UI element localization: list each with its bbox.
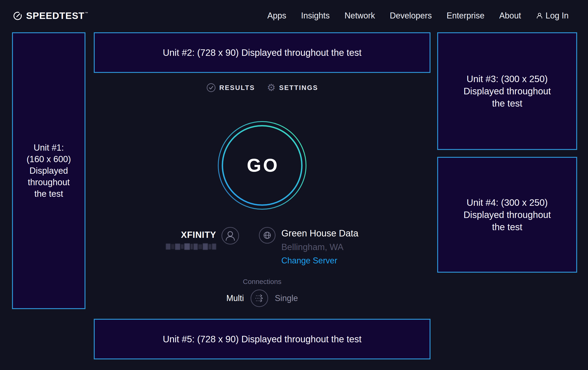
ad-line: Displayed xyxy=(30,165,68,177)
isp-ip-redacted xyxy=(166,243,216,250)
ad-line: Unit #3: (300 x 250) xyxy=(467,73,547,85)
ad-line: the test xyxy=(492,97,522,110)
speedtest-logo[interactable]: SPEEDTEST ™ xyxy=(13,10,88,21)
tab-results[interactable]: RESULTS xyxy=(206,83,255,92)
go-button[interactable]: GO xyxy=(217,120,307,210)
login-button[interactable]: Log In xyxy=(536,11,569,20)
change-server-link[interactable]: Change Server xyxy=(281,256,337,266)
connections-single-label[interactable]: Single xyxy=(275,293,298,303)
connection-info-row: XFINITY xyxy=(94,227,430,266)
ad-line: (160 x 600) xyxy=(27,153,71,165)
connections-toggle-row: Multi Single xyxy=(94,289,430,307)
user-icon xyxy=(536,12,543,19)
nav-item-about[interactable]: About xyxy=(499,11,521,20)
nav-item-enterprise[interactable]: Enterprise xyxy=(447,11,484,20)
ad-unit-1[interactable]: Unit #1: (160 x 600) Displayed throughou… xyxy=(12,32,85,309)
ad-unit-4[interactable]: Unit #4: (300 x 250) Displayed throughou… xyxy=(437,157,577,273)
go-label: GO xyxy=(217,120,307,210)
ad-line: the test xyxy=(34,188,63,200)
results-settings-tabs: RESULTS ⚙ SETTINGS xyxy=(94,82,430,93)
server-info: Green House Data Bellingham, WA Change S… xyxy=(259,227,358,266)
ad-line: the test xyxy=(492,221,522,233)
isp-info: XFINITY xyxy=(166,227,239,250)
brand-name: SPEEDTEST xyxy=(26,10,84,21)
ad-line: Displayed throughout xyxy=(463,85,551,97)
globe-icon[interactable] xyxy=(259,227,276,244)
tab-settings[interactable]: ⚙ SETTINGS xyxy=(267,83,318,92)
ad-line: throughout xyxy=(28,177,70,188)
person-icon[interactable] xyxy=(221,227,239,245)
connections-toggle-icon[interactable] xyxy=(250,289,268,307)
brand-trademark: ™ xyxy=(85,11,88,15)
ad-line: Unit #1: xyxy=(34,142,64,153)
gear-icon: ⚙ xyxy=(267,83,276,92)
server-location: Bellingham, WA xyxy=(281,242,343,252)
server-name: Green House Data xyxy=(281,228,358,239)
ad-line: Unit #4: (300 x 250) xyxy=(467,197,547,209)
ad-unit-3[interactable]: Unit #3: (300 x 250) Displayed throughou… xyxy=(437,32,577,150)
speed-test-panel: RESULTS ⚙ SETTINGS GO xyxy=(94,0,430,370)
check-circle-icon xyxy=(206,83,216,92)
connections-label: Connections xyxy=(94,278,430,286)
speedtest-gauge-icon xyxy=(13,11,22,20)
login-label: Log In xyxy=(546,11,569,20)
tab-settings-label: SETTINGS xyxy=(279,84,318,91)
connections-multi-label[interactable]: Multi xyxy=(226,293,244,303)
ad-line: Displayed throughout xyxy=(463,209,551,221)
tab-results-label: RESULTS xyxy=(220,84,255,91)
isp-name: XFINITY xyxy=(181,230,216,240)
